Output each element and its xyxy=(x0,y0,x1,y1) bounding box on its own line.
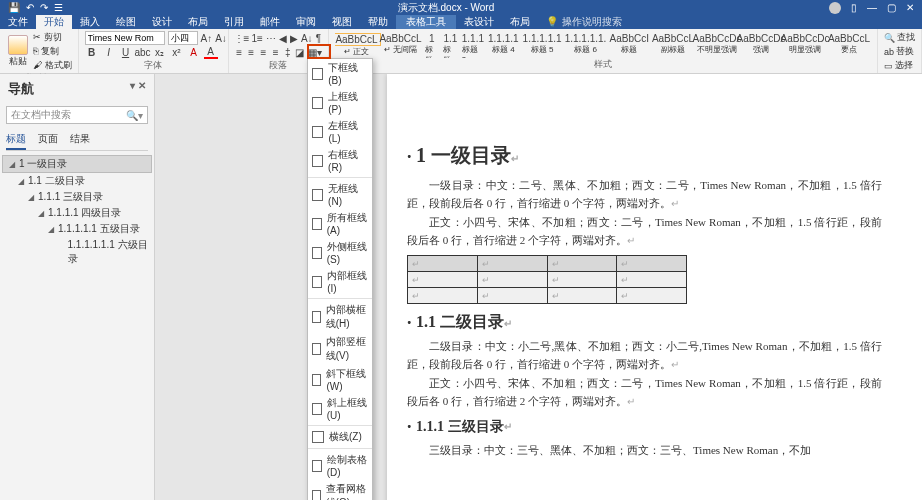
tell-me[interactable]: 💡操作说明搜索 xyxy=(546,15,622,29)
document-table[interactable]: ↵↵↵↵ ↵↵↵↵ ↵↵↵↵ xyxy=(407,255,687,304)
style-item[interactable]: 1.1标题 2 xyxy=(443,33,458,56)
style-item[interactable]: AaBbCcI标题 xyxy=(610,33,649,56)
line-spacing-button[interactable]: ‡ xyxy=(283,45,292,59)
search-icon[interactable]: 🔍▾ xyxy=(126,110,143,121)
style-item[interactable]: AaBbCcDc不明显强调 xyxy=(697,33,737,56)
select-button[interactable]: ▭ 选择 xyxy=(884,59,915,72)
nav-close-icon[interactable]: ▾ ✕ xyxy=(130,80,146,98)
cut-button[interactable]: ✂ 剪切 xyxy=(33,31,72,44)
highlight-button[interactable]: A xyxy=(187,45,201,59)
shading-button[interactable]: ◪ xyxy=(295,45,304,59)
strike-button[interactable]: abc xyxy=(136,45,150,59)
align-right-button[interactable]: ≡ xyxy=(259,45,268,59)
tab-mailings[interactable]: 邮件 xyxy=(252,15,288,29)
style-item[interactable]: 1.1.1标题 3 xyxy=(462,33,484,56)
underline-button[interactable]: U xyxy=(119,45,133,59)
heading-1[interactable]: 1 一级目录 xyxy=(407,142,882,169)
border-menu-item[interactable]: 无框线(N) xyxy=(308,180,372,209)
borders-split-highlight[interactable] xyxy=(307,44,331,59)
style-item[interactable]: AaBbCcL要点 xyxy=(829,33,869,56)
nav-tree-node[interactable]: ◢1 一级目录 xyxy=(2,155,152,173)
nav-tab-pages[interactable]: 页面 xyxy=(38,130,58,150)
find-button[interactable]: 🔍 查找 xyxy=(884,31,915,44)
border-menu-item[interactable]: 内部框线(I) xyxy=(308,267,372,296)
decrease-indent-button[interactable]: ◀ xyxy=(279,31,287,45)
maximize-icon[interactable]: ▢ xyxy=(887,2,896,14)
tab-insert[interactable]: 插入 xyxy=(72,15,108,29)
style-item[interactable]: AaBbCcL↵ 正文 xyxy=(337,33,377,56)
tab-draw[interactable]: 绘图 xyxy=(108,15,144,29)
bold-button[interactable]: B xyxy=(85,45,99,59)
border-menu-item[interactable]: 左框线(L) xyxy=(308,117,372,146)
style-item[interactable]: 1.1.1.1.1.标题 6 xyxy=(566,33,606,56)
paste-button[interactable]: 粘贴 xyxy=(6,33,30,70)
style-item[interactable]: 1标题 1 xyxy=(425,33,440,56)
heading-3[interactable]: 1.1.1 三级目录 xyxy=(407,417,882,438)
style-item[interactable]: 1.1.1.1.1标题 5 xyxy=(523,33,562,56)
style-item[interactable]: 1.1.1.1标题 4 xyxy=(488,33,519,56)
qat-more-icon[interactable]: ☰ xyxy=(54,2,63,13)
justify-button[interactable]: ≡ xyxy=(271,45,280,59)
border-menu-item[interactable]: 绘制表格(D) xyxy=(308,451,372,480)
show-marks-button[interactable]: ¶ xyxy=(316,31,322,45)
redo-icon[interactable]: ↷ xyxy=(40,2,48,13)
border-menu-item[interactable]: 上框线(P) xyxy=(308,88,372,117)
nav-tree-node[interactable]: ◢1.1.1.1 四级目录 xyxy=(2,205,152,221)
nav-tree-node[interactable]: ◢1.1.1.1.1 五级目录 xyxy=(2,221,152,237)
replace-button[interactable]: ab 替换 xyxy=(884,45,915,58)
tab-design[interactable]: 设计 xyxy=(144,15,180,29)
border-menu-item[interactable]: 内部竖框线(V) xyxy=(308,333,372,365)
border-menu-item[interactable]: 横线(Z) xyxy=(308,428,372,446)
body-paragraph[interactable]: 正文：小四号、宋体、不加粗；西文：二号，Times New Roman，不加粗，… xyxy=(407,375,882,410)
italic-button[interactable]: I xyxy=(102,45,116,59)
body-paragraph[interactable]: 正文：小四号、宋体、不加粗；西文：二号，Times New Roman，不加粗，… xyxy=(407,214,882,249)
bullets-button[interactable]: ⋮≡ xyxy=(235,31,249,45)
grow-font-icon[interactable]: A↑ xyxy=(201,31,213,45)
document-area[interactable]: 1 一级目录 一级目录：中文：二号、黑体、不加粗；西文：二号，Times New… xyxy=(155,74,922,500)
tab-file[interactable]: 文件 xyxy=(0,15,36,29)
undo-icon[interactable]: ↶ xyxy=(26,2,34,13)
body-paragraph[interactable]: 一级目录：中文：二号、黑体、不加粗；西文：二号，Times New Roman，… xyxy=(407,177,882,212)
nav-tab-headings[interactable]: 标题 xyxy=(6,130,26,150)
style-item[interactable]: AaBbCcDc强调 xyxy=(741,33,781,56)
border-menu-item[interactable]: 内部横框线(H) xyxy=(308,301,372,333)
align-left-button[interactable]: ≡ xyxy=(235,45,244,59)
style-gallery[interactable]: AaBbCcL↵ 正文AaBbCcL↵ 无间隔1标题 11.1标题 21.1.1… xyxy=(335,31,871,58)
border-menu-item[interactable]: 斜下框线(W) xyxy=(308,365,372,394)
style-item[interactable]: AaBbCcL副标题 xyxy=(653,33,693,56)
border-menu-item[interactable]: 查看网格线(G) xyxy=(308,480,372,500)
border-menu-item[interactable]: 所有框线(A) xyxy=(308,209,372,238)
body-paragraph[interactable]: 二级目录：中文：小二号,黑体、不加粗；西文：小二号,Times New Roma… xyxy=(407,338,882,373)
close-icon[interactable]: ✕ xyxy=(906,2,914,14)
ribbon-options-icon[interactable]: ▯ xyxy=(851,2,857,14)
border-menu-item[interactable]: 下框线(B) xyxy=(308,59,372,88)
align-center-button[interactable]: ≡ xyxy=(247,45,256,59)
tab-home[interactable]: 开始 xyxy=(36,15,72,29)
nav-tab-results[interactable]: 结果 xyxy=(70,130,90,150)
style-item[interactable]: AaBbCcL↵ 无间隔 xyxy=(381,33,421,56)
font-color-button[interactable]: A xyxy=(204,45,218,59)
heading-2[interactable]: 1.1 二级目录 xyxy=(407,312,882,334)
tab-view[interactable]: 视图 xyxy=(324,15,360,29)
subscript-button[interactable]: x₂ xyxy=(153,45,167,59)
increase-indent-button[interactable]: ▶ xyxy=(290,31,298,45)
style-item[interactable]: AaBbCcDc明显强调 xyxy=(785,33,825,56)
tab-table-design[interactable]: 表设计 xyxy=(456,15,502,29)
tab-review[interactable]: 审阅 xyxy=(288,15,324,29)
multilevel-button[interactable]: ⋯ xyxy=(266,31,276,45)
numbering-button[interactable]: 1≡ xyxy=(252,31,263,45)
font-size-select[interactable] xyxy=(168,31,198,45)
copy-button[interactable]: ⎘ 复制 xyxy=(33,45,72,58)
border-menu-item[interactable]: 斜上框线(U) xyxy=(308,394,372,423)
autosave-icon[interactable]: 💾 xyxy=(8,2,20,13)
nav-tree-node[interactable]: 1.1.1.1.1.1 六级目录 xyxy=(2,237,152,267)
tab-layout[interactable]: 布局 xyxy=(180,15,216,29)
minimize-icon[interactable]: — xyxy=(867,2,877,14)
nav-tree-node[interactable]: ◢1.1.1 三级目录 xyxy=(2,189,152,205)
border-menu-item[interactable]: 外侧框线(S) xyxy=(308,238,372,267)
nav-search-input[interactable]: 在文档中搜索 🔍▾ xyxy=(6,106,148,124)
sort-button[interactable]: A↓ xyxy=(301,31,313,45)
format-painter-button[interactable]: 🖌 格式刷 xyxy=(33,59,72,72)
account-avatar[interactable] xyxy=(829,2,841,14)
font-name-select[interactable] xyxy=(85,31,165,45)
